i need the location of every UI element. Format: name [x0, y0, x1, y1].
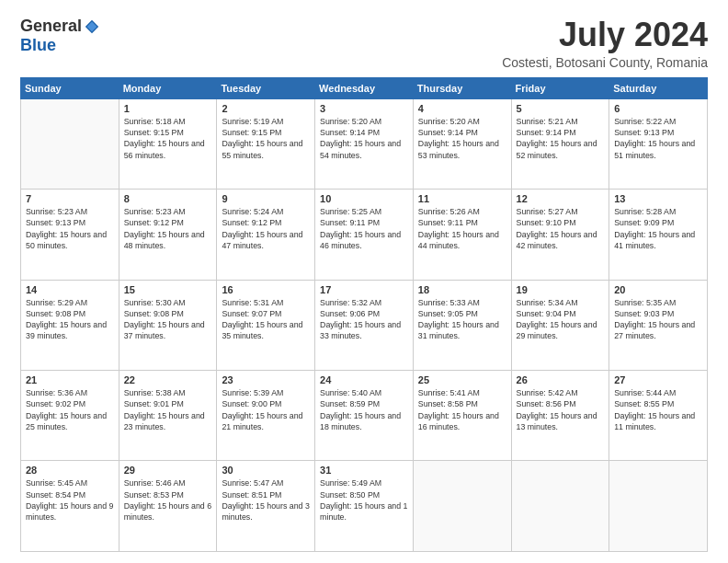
day-cell: 23Sunrise: 5:39 AM Sunset: 9:00 PM Dayli… — [217, 371, 315, 461]
day-cell: 20Sunrise: 5:35 AM Sunset: 9:03 PM Dayli… — [609, 280, 708, 370]
day-number: 22 — [124, 374, 212, 385]
header-row: SundayMondayTuesdayWednesdayThursdayFrid… — [21, 77, 708, 98]
day-info: Sunrise: 5:22 AM Sunset: 9:13 PM Dayligh… — [614, 116, 702, 161]
day-cell: 3Sunrise: 5:20 AM Sunset: 9:14 PM Daylig… — [315, 98, 414, 189]
day-cell: 15Sunrise: 5:30 AM Sunset: 9:08 PM Dayli… — [119, 280, 217, 370]
header-cell-friday: Friday — [511, 77, 609, 98]
day-cell: 24Sunrise: 5:40 AM Sunset: 8:59 PM Dayli… — [315, 371, 414, 461]
day-info: Sunrise: 5:20 AM Sunset: 9:14 PM Dayligh… — [418, 116, 506, 161]
day-info: Sunrise: 5:23 AM Sunset: 9:13 PM Dayligh… — [26, 206, 114, 251]
day-cell: 4Sunrise: 5:20 AM Sunset: 9:14 PM Daylig… — [413, 98, 511, 189]
header-cell-sunday: Sunday — [21, 77, 119, 98]
day-cell: 25Sunrise: 5:41 AM Sunset: 8:58 PM Dayli… — [413, 371, 511, 461]
day-info: Sunrise: 5:30 AM Sunset: 9:08 PM Dayligh… — [124, 297, 212, 342]
day-number: 24 — [320, 374, 408, 385]
week-row-5: 28Sunrise: 5:45 AM Sunset: 8:54 PM Dayli… — [21, 461, 708, 552]
day-number: 15 — [124, 284, 212, 295]
day-number: 21 — [26, 374, 114, 385]
day-info: Sunrise: 5:27 AM Sunset: 9:10 PM Dayligh… — [517, 206, 605, 251]
day-cell: 22Sunrise: 5:38 AM Sunset: 9:01 PM Dayli… — [119, 371, 217, 461]
week-row-4: 21Sunrise: 5:36 AM Sunset: 9:02 PM Dayli… — [21, 371, 708, 461]
day-number: 5 — [517, 103, 605, 114]
day-number: 25 — [418, 374, 506, 385]
day-info: Sunrise: 5:39 AM Sunset: 9:00 PM Dayligh… — [222, 387, 310, 432]
day-cell — [609, 461, 708, 552]
day-cell: 7Sunrise: 5:23 AM Sunset: 9:13 PM Daylig… — [21, 190, 119, 280]
week-row-1: 1Sunrise: 5:18 AM Sunset: 9:15 PM Daylig… — [21, 98, 708, 189]
day-info: Sunrise: 5:19 AM Sunset: 9:15 PM Dayligh… — [222, 116, 310, 161]
day-number: 7 — [26, 193, 114, 204]
day-cell: 31Sunrise: 5:49 AM Sunset: 8:50 PM Dayli… — [315, 461, 414, 552]
day-info: Sunrise: 5:41 AM Sunset: 8:58 PM Dayligh… — [418, 387, 506, 432]
logo-blue-text: Blue — [20, 36, 56, 55]
day-info: Sunrise: 5:40 AM Sunset: 8:59 PM Dayligh… — [320, 387, 408, 432]
logo: General Blue — [20, 17, 100, 55]
day-number: 13 — [614, 193, 702, 204]
day-info: Sunrise: 5:18 AM Sunset: 9:15 PM Dayligh… — [124, 116, 212, 161]
day-number: 31 — [320, 465, 408, 476]
day-info: Sunrise: 5:32 AM Sunset: 9:06 PM Dayligh… — [320, 297, 408, 342]
day-cell: 16Sunrise: 5:31 AM Sunset: 9:07 PM Dayli… — [217, 280, 315, 370]
day-number: 8 — [124, 193, 212, 204]
day-number: 1 — [124, 103, 212, 114]
day-number: 11 — [418, 193, 506, 204]
day-cell: 8Sunrise: 5:23 AM Sunset: 9:12 PM Daylig… — [119, 190, 217, 280]
day-cell: 26Sunrise: 5:42 AM Sunset: 8:56 PM Dayli… — [511, 371, 609, 461]
day-number: 26 — [517, 374, 605, 385]
day-cell: 10Sunrise: 5:25 AM Sunset: 9:11 PM Dayli… — [315, 190, 414, 280]
day-info: Sunrise: 5:31 AM Sunset: 9:07 PM Dayligh… — [222, 297, 310, 342]
day-cell: 5Sunrise: 5:21 AM Sunset: 9:14 PM Daylig… — [511, 98, 609, 189]
day-number: 2 — [222, 103, 310, 114]
day-info: Sunrise: 5:36 AM Sunset: 9:02 PM Dayligh… — [26, 387, 114, 432]
day-number: 29 — [124, 465, 212, 476]
day-info: Sunrise: 5:24 AM Sunset: 9:12 PM Dayligh… — [222, 206, 310, 251]
day-info: Sunrise: 5:46 AM Sunset: 8:53 PM Dayligh… — [124, 477, 212, 523]
day-cell: 28Sunrise: 5:45 AM Sunset: 8:54 PM Dayli… — [21, 461, 119, 552]
location-text: Costesti, Botosani County, Romania — [502, 55, 708, 70]
day-cell: 13Sunrise: 5:28 AM Sunset: 9:09 PM Dayli… — [609, 190, 708, 280]
day-info: Sunrise: 5:23 AM Sunset: 9:12 PM Dayligh… — [124, 206, 212, 251]
day-number: 9 — [222, 193, 310, 204]
day-cell: 30Sunrise: 5:47 AM Sunset: 8:51 PM Dayli… — [217, 461, 315, 552]
day-cell: 19Sunrise: 5:34 AM Sunset: 9:04 PM Dayli… — [511, 280, 609, 370]
day-info: Sunrise: 5:38 AM Sunset: 9:01 PM Dayligh… — [124, 387, 212, 432]
logo-general-text: General — [20, 17, 82, 36]
day-info: Sunrise: 5:47 AM Sunset: 8:51 PM Dayligh… — [222, 477, 310, 523]
day-info: Sunrise: 5:35 AM Sunset: 9:03 PM Dayligh… — [614, 297, 702, 342]
page: General Blue July 2024 Costesti, Botosan… — [0, 0, 728, 563]
day-number: 17 — [320, 284, 408, 295]
day-number: 4 — [418, 103, 506, 114]
day-cell: 17Sunrise: 5:32 AM Sunset: 9:06 PM Dayli… — [315, 280, 414, 370]
day-cell — [511, 461, 609, 552]
day-info: Sunrise: 5:33 AM Sunset: 9:05 PM Dayligh… — [418, 297, 506, 342]
day-info: Sunrise: 5:34 AM Sunset: 9:04 PM Dayligh… — [517, 297, 605, 342]
day-cell: 6Sunrise: 5:22 AM Sunset: 9:13 PM Daylig… — [609, 98, 708, 189]
day-cell: 27Sunrise: 5:44 AM Sunset: 8:55 PM Dayli… — [609, 371, 708, 461]
day-info: Sunrise: 5:29 AM Sunset: 9:08 PM Dayligh… — [26, 297, 114, 342]
day-cell — [413, 461, 511, 552]
calendar-table: SundayMondayTuesdayWednesdayThursdayFrid… — [20, 77, 708, 552]
day-number: 28 — [26, 465, 114, 476]
day-number: 18 — [418, 284, 506, 295]
day-info: Sunrise: 5:44 AM Sunset: 8:55 PM Dayligh… — [614, 387, 702, 432]
day-cell: 9Sunrise: 5:24 AM Sunset: 9:12 PM Daylig… — [217, 190, 315, 280]
day-info: Sunrise: 5:28 AM Sunset: 9:09 PM Dayligh… — [614, 206, 702, 251]
title-section: July 2024 Costesti, Botosani County, Rom… — [502, 17, 708, 70]
day-cell: 2Sunrise: 5:19 AM Sunset: 9:15 PM Daylig… — [217, 98, 315, 189]
day-number: 3 — [320, 103, 408, 114]
header-cell-wednesday: Wednesday — [315, 77, 414, 98]
day-info: Sunrise: 5:26 AM Sunset: 9:11 PM Dayligh… — [418, 206, 506, 251]
header: General Blue July 2024 Costesti, Botosan… — [20, 17, 708, 70]
day-info: Sunrise: 5:42 AM Sunset: 8:56 PM Dayligh… — [517, 387, 605, 432]
day-info: Sunrise: 5:49 AM Sunset: 8:50 PM Dayligh… — [320, 477, 408, 523]
day-info: Sunrise: 5:21 AM Sunset: 9:14 PM Dayligh… — [517, 116, 605, 161]
day-cell: 29Sunrise: 5:46 AM Sunset: 8:53 PM Dayli… — [119, 461, 217, 552]
day-number: 10 — [320, 193, 408, 204]
header-cell-monday: Monday — [119, 77, 217, 98]
day-cell: 14Sunrise: 5:29 AM Sunset: 9:08 PM Dayli… — [21, 280, 119, 370]
header-cell-tuesday: Tuesday — [217, 77, 315, 98]
day-cell: 1Sunrise: 5:18 AM Sunset: 9:15 PM Daylig… — [119, 98, 217, 189]
header-cell-saturday: Saturday — [609, 77, 708, 98]
day-cell: 12Sunrise: 5:27 AM Sunset: 9:10 PM Dayli… — [511, 190, 609, 280]
day-number: 14 — [26, 284, 114, 295]
